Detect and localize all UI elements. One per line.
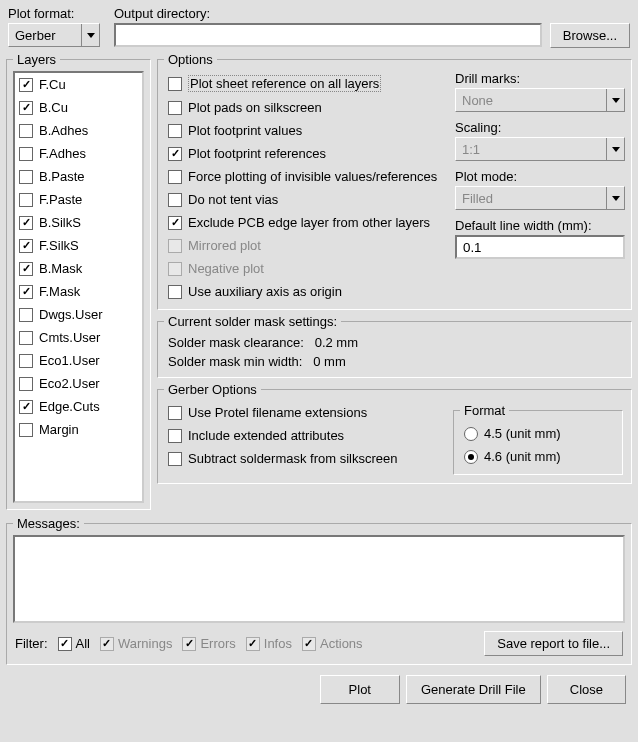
checkbox-icon[interactable]	[168, 216, 182, 230]
checkbox-icon[interactable]	[168, 170, 182, 184]
checkbox-icon	[182, 637, 196, 651]
messages-box[interactable]	[13, 535, 625, 623]
layer-item[interactable]: Eco2.User	[15, 372, 142, 395]
checkbox-icon[interactable]	[58, 637, 72, 651]
checkbox-icon[interactable]	[19, 308, 33, 322]
layer-item[interactable]: B.SilkS	[15, 211, 142, 234]
plot-mode-combo: Filled	[455, 186, 625, 210]
checkbox-icon[interactable]	[168, 77, 182, 91]
filter-label: Actions	[320, 636, 363, 651]
layer-item[interactable]: Edge.Cuts	[15, 395, 142, 418]
layer-item[interactable]: B.Adhes	[15, 119, 142, 142]
radio-icon[interactable]	[464, 450, 478, 464]
scaling-label: Scaling:	[455, 120, 625, 135]
checkbox-icon[interactable]	[19, 101, 33, 115]
save-report-button[interactable]: Save report to file...	[484, 631, 623, 656]
layer-label: F.Mask	[39, 284, 80, 299]
line-width-input[interactable]	[455, 235, 625, 259]
close-button[interactable]: Close	[547, 675, 626, 704]
gerber-check[interactable]: Subtract soldermask from silkscreen	[164, 447, 449, 470]
filter-check: Warnings	[100, 636, 172, 651]
option-check[interactable]: Do not tent vias	[164, 188, 449, 211]
checkbox-icon[interactable]	[19, 262, 33, 276]
filter-label: Infos	[264, 636, 292, 651]
checkbox-icon	[168, 239, 182, 253]
option-label: Negative plot	[188, 261, 264, 276]
layer-item[interactable]: B.Paste	[15, 165, 142, 188]
option-label: Use auxiliary axis as origin	[188, 284, 342, 299]
filter-label: Errors	[200, 636, 235, 651]
checkbox-icon[interactable]	[168, 429, 182, 443]
scaling-combo: 1:1	[455, 137, 625, 161]
layer-label: Dwgs.User	[39, 307, 103, 322]
layer-item[interactable]: Margin	[15, 418, 142, 441]
checkbox-icon[interactable]	[19, 377, 33, 391]
option-label: Force plotting of invisible values/refer…	[188, 169, 437, 184]
layer-item[interactable]: B.Mask	[15, 257, 142, 280]
checkbox-icon[interactable]	[19, 354, 33, 368]
checkbox-icon	[302, 637, 316, 651]
format-label: 4.5 (unit mm)	[484, 426, 561, 441]
radio-icon[interactable]	[464, 427, 478, 441]
layer-item[interactable]: Cmts.User	[15, 326, 142, 349]
filter-check[interactable]: All	[58, 636, 90, 651]
browse-button[interactable]: Browse...	[550, 23, 630, 48]
gerber-check[interactable]: Use Protel filename extensions	[164, 401, 449, 424]
format-radio[interactable]: 4.6 (unit mm)	[460, 445, 616, 468]
option-check[interactable]: Plot pads on silkscreen	[164, 96, 449, 119]
checkbox-icon[interactable]	[168, 285, 182, 299]
checkbox-icon	[246, 637, 260, 651]
gerber-check[interactable]: Include extended attributes	[164, 424, 449, 447]
checkbox-icon[interactable]	[168, 452, 182, 466]
filter-label: All	[76, 636, 90, 651]
option-check[interactable]: Plot footprint references	[164, 142, 449, 165]
layer-item[interactable]: F.Adhes	[15, 142, 142, 165]
checkbox-icon[interactable]	[19, 170, 33, 184]
checkbox-icon[interactable]	[19, 239, 33, 253]
plot-button[interactable]: Plot	[320, 675, 400, 704]
checkbox-icon[interactable]	[19, 400, 33, 414]
option-check[interactable]: Exclude PCB edge layer from other layers	[164, 211, 449, 234]
layer-item[interactable]: B.Cu	[15, 96, 142, 119]
checkbox-icon[interactable]	[168, 124, 182, 138]
checkbox-icon[interactable]	[19, 423, 33, 437]
checkbox-icon[interactable]	[19, 331, 33, 345]
option-check[interactable]: Plot sheet reference on all layers	[164, 71, 449, 96]
plot-format-value: Gerber	[15, 28, 55, 43]
layer-item[interactable]: F.Paste	[15, 188, 142, 211]
checkbox-icon[interactable]	[19, 147, 33, 161]
layer-item[interactable]: F.Mask	[15, 280, 142, 303]
messages-legend: Messages:	[13, 516, 84, 531]
layer-label: F.Cu	[39, 77, 66, 92]
output-dir-input[interactable]	[114, 23, 542, 47]
format-legend: Format	[460, 403, 509, 418]
layer-label: Edge.Cuts	[39, 399, 100, 414]
option-check[interactable]: Plot footprint values	[164, 119, 449, 142]
option-check[interactable]: Force plotting of invisible values/refer…	[164, 165, 449, 188]
plot-format-combo[interactable]: Gerber	[8, 23, 100, 47]
layer-item[interactable]: F.SilkS	[15, 234, 142, 257]
chevron-down-icon	[81, 24, 99, 46]
layer-label: B.SilkS	[39, 215, 81, 230]
chevron-down-icon	[606, 138, 624, 160]
checkbox-icon[interactable]	[19, 78, 33, 92]
layer-item[interactable]: Eco1.User	[15, 349, 142, 372]
layer-item[interactable]: Dwgs.User	[15, 303, 142, 326]
option-check: Negative plot	[164, 257, 449, 280]
layer-item[interactable]: F.Cu	[15, 73, 142, 96]
options-legend: Options	[164, 52, 217, 67]
generate-drill-button[interactable]: Generate Drill File	[406, 675, 541, 704]
checkbox-icon[interactable]	[19, 216, 33, 230]
checkbox-icon[interactable]	[168, 101, 182, 115]
checkbox-icon[interactable]	[168, 193, 182, 207]
checkbox-icon[interactable]	[19, 285, 33, 299]
layers-legend: Layers	[13, 52, 60, 67]
checkbox-icon[interactable]	[168, 406, 182, 420]
checkbox-icon[interactable]	[19, 193, 33, 207]
checkbox-icon[interactable]	[19, 124, 33, 138]
format-radio[interactable]: 4.5 (unit mm)	[460, 422, 616, 445]
checkbox-icon[interactable]	[168, 147, 182, 161]
option-check[interactable]: Use auxiliary axis as origin	[164, 280, 449, 303]
layers-list[interactable]: F.CuB.CuB.AdhesF.AdhesB.PasteF.PasteB.Si…	[13, 71, 144, 503]
layer-label: F.SilkS	[39, 238, 79, 253]
